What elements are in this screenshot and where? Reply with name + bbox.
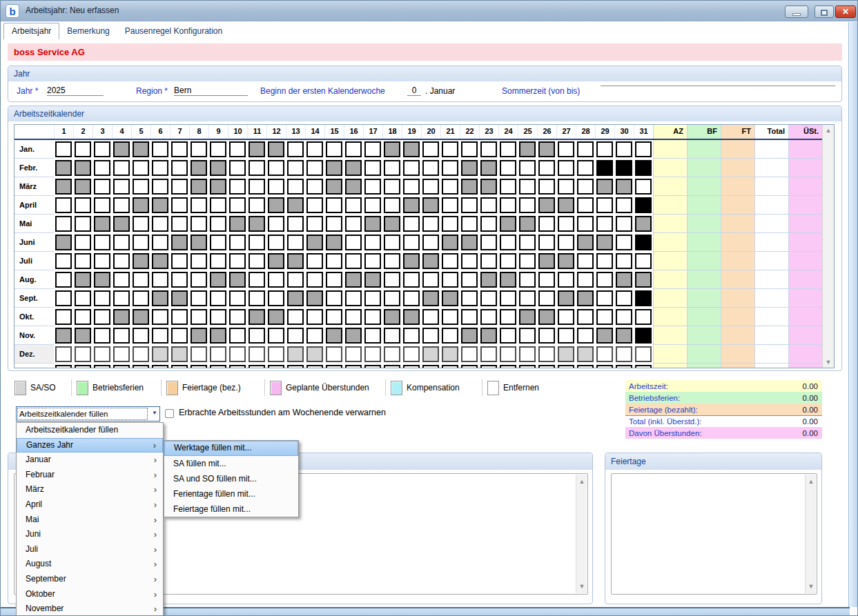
day-cell[interactable] xyxy=(228,177,247,196)
day-cell[interactable] xyxy=(421,252,440,270)
day-cell[interactable] xyxy=(324,289,344,308)
day-cell[interactable] xyxy=(595,140,614,159)
day-cell[interactable] xyxy=(73,233,92,252)
menu-item-august[interactable]: August› xyxy=(17,557,163,572)
day-cell[interactable] xyxy=(382,289,402,308)
day-cell[interactable] xyxy=(54,196,73,215)
scroll-down-icon[interactable]: ▼ xyxy=(823,357,834,368)
day-cell[interactable] xyxy=(479,159,498,177)
day-cell[interactable] xyxy=(537,252,556,270)
day-cell[interactable] xyxy=(131,289,150,308)
day-cell[interactable] xyxy=(228,308,247,326)
day-cell[interactable] xyxy=(92,159,112,177)
day-cell[interactable] xyxy=(595,270,614,289)
day-cell[interactable] xyxy=(305,196,324,215)
day-cell[interactable] xyxy=(595,252,614,270)
day-cell[interactable] xyxy=(556,270,576,289)
day-cell[interactable] xyxy=(382,140,402,159)
day-cell[interactable] xyxy=(150,252,170,270)
day-cell[interactable] xyxy=(421,196,440,215)
day-cell[interactable] xyxy=(344,177,363,196)
day-cell[interactable] xyxy=(324,270,344,289)
tab-bemerkung[interactable]: Bemerkung xyxy=(59,23,117,39)
day-cell[interactable] xyxy=(402,252,421,270)
day-cell[interactable] xyxy=(170,289,189,308)
day-cell[interactable] xyxy=(634,177,653,196)
day-cell[interactable] xyxy=(498,326,518,345)
day-cell[interactable] xyxy=(305,233,324,252)
day-cell[interactable] xyxy=(518,159,537,177)
tab-arbeitsjahr[interactable]: Arbeitsjahr xyxy=(3,23,59,39)
scroll-down-icon[interactable]: ▼ xyxy=(806,581,817,592)
day-cell[interactable] xyxy=(634,364,653,368)
day-cell[interactable] xyxy=(382,308,402,326)
day-cell[interactable] xyxy=(537,233,556,252)
day-cell[interactable] xyxy=(382,159,402,177)
day-cell[interactable] xyxy=(189,326,208,345)
day-cell[interactable] xyxy=(247,326,266,345)
day-cell[interactable] xyxy=(363,364,382,368)
day-cell[interactable] xyxy=(150,140,170,159)
day-cell[interactable] xyxy=(421,308,440,326)
day-cell[interactable] xyxy=(421,233,440,252)
day-cell[interactable] xyxy=(421,177,440,196)
day-cell[interactable] xyxy=(498,270,518,289)
day-cell[interactable] xyxy=(305,364,324,368)
day-cell[interactable] xyxy=(170,345,189,364)
day-cell[interactable] xyxy=(479,308,498,326)
day-cell[interactable] xyxy=(634,159,653,177)
day-cell[interactable] xyxy=(131,345,150,364)
day-cell[interactable] xyxy=(54,233,73,252)
day-cell[interactable] xyxy=(170,140,189,159)
day-cell[interactable] xyxy=(634,215,653,233)
day-cell[interactable] xyxy=(440,364,460,368)
day-cell[interactable] xyxy=(266,345,286,364)
day-cell[interactable] xyxy=(247,345,266,364)
day-cell[interactable] xyxy=(595,177,614,196)
day-cell[interactable] xyxy=(208,345,228,364)
day-cell[interactable] xyxy=(614,345,634,364)
day-cell[interactable] xyxy=(170,364,189,368)
day-cell[interactable] xyxy=(402,233,421,252)
day-cell[interactable] xyxy=(498,159,518,177)
day-cell[interactable] xyxy=(363,252,382,270)
day-cell[interactable] xyxy=(208,308,228,326)
day-cell[interactable] xyxy=(479,140,498,159)
day-cell[interactable] xyxy=(460,326,479,345)
day-cell[interactable] xyxy=(421,159,440,177)
calendar-vertical-scrollbar[interactable]: ▲ ▼ xyxy=(822,125,834,368)
day-cell[interactable] xyxy=(537,345,556,364)
day-cell[interactable] xyxy=(479,345,498,364)
day-cell[interactable] xyxy=(208,233,228,252)
day-cell[interactable] xyxy=(286,140,305,159)
scroll-up-icon[interactable]: ▲ xyxy=(576,476,587,487)
day-cell[interactable] xyxy=(208,270,228,289)
day-cell[interactable] xyxy=(614,215,634,233)
day-cell[interactable] xyxy=(518,364,537,368)
day-cell[interactable] xyxy=(576,252,595,270)
day-cell[interactable] xyxy=(286,215,305,233)
day-cell[interactable] xyxy=(479,289,498,308)
day-cell[interactable] xyxy=(498,345,518,364)
day-cell[interactable] xyxy=(595,364,614,368)
menu-item-m-rz[interactable]: März› xyxy=(17,482,163,497)
day-cell[interactable] xyxy=(498,215,518,233)
day-cell[interactable] xyxy=(518,345,537,364)
feiertage-scrollbar[interactable]: ▲ ▼ xyxy=(805,475,816,593)
day-cell[interactable] xyxy=(537,140,556,159)
day-cell[interactable] xyxy=(150,177,170,196)
day-cell[interactable] xyxy=(460,233,479,252)
day-cell[interactable] xyxy=(440,326,460,345)
day-cell[interactable] xyxy=(498,252,518,270)
day-cell[interactable] xyxy=(324,196,344,215)
day-cell[interactable] xyxy=(54,345,73,364)
day-cell[interactable] xyxy=(363,289,382,308)
day-cell[interactable] xyxy=(228,140,247,159)
day-cell[interactable] xyxy=(54,326,73,345)
day-cell[interactable] xyxy=(382,215,402,233)
day-cell[interactable] xyxy=(170,308,189,326)
day-cell[interactable] xyxy=(344,308,363,326)
day-cell[interactable] xyxy=(344,140,363,159)
day-cell[interactable] xyxy=(73,215,92,233)
day-cell[interactable] xyxy=(344,233,363,252)
